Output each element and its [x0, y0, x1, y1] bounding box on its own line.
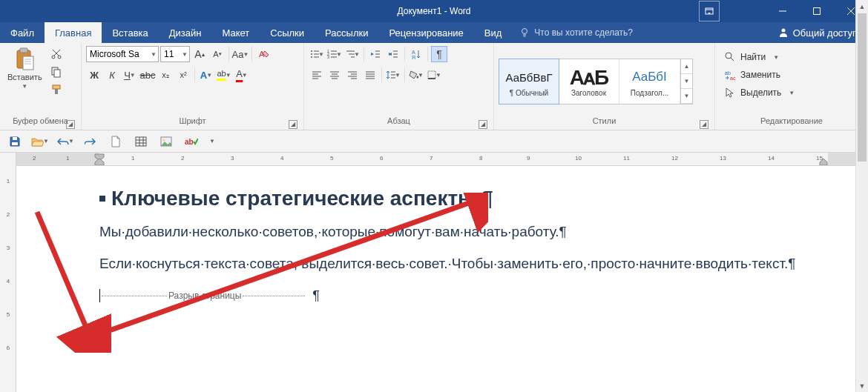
- style-subheading[interactable]: АаБбІПодзагол...: [619, 59, 680, 104]
- scroll-up-button[interactable]: ▲: [856, 0, 868, 13]
- minimize-button[interactable]: [766, 0, 800, 22]
- align-center-button[interactable]: [326, 67, 343, 83]
- highlight-button[interactable]: ab▼: [216, 67, 232, 83]
- spellcheck-button[interactable]: ab: [183, 133, 200, 150]
- show-pilcrow-button[interactable]: ¶: [431, 46, 447, 62]
- clear-formatting-button[interactable]: A: [255, 46, 272, 62]
- share-button[interactable]: Общий доступ: [768, 22, 868, 43]
- document-page[interactable]: Ключевые стратегические аспекты¶ Мы·доба…: [16, 166, 868, 392]
- sort-button[interactable]: AЯ: [408, 46, 424, 62]
- numbering-button[interactable]: 123▼: [326, 46, 343, 62]
- picture-icon: [160, 136, 172, 147]
- scroll-thumb[interactable]: [858, 13, 867, 162]
- superscript-button[interactable]: x²: [175, 67, 191, 83]
- copy-button[interactable]: [48, 64, 65, 80]
- cut-button[interactable]: [48, 46, 65, 62]
- select-button[interactable]: Выделить▼: [720, 84, 799, 101]
- group-label-editing: Редактирование: [720, 116, 864, 130]
- styles-more[interactable]: ▲▼▼: [680, 59, 692, 104]
- line-spacing-button[interactable]: ▼: [385, 67, 401, 83]
- change-case-button[interactable]: Aa▼: [232, 46, 249, 62]
- chevron-down-icon[interactable]: ▼: [182, 51, 188, 58]
- indent-marker-left[interactable]: [93, 153, 105, 165]
- picture-button[interactable]: [157, 133, 175, 150]
- find-button[interactable]: Найти▼: [720, 49, 799, 65]
- strikethrough-button[interactable]: abc: [139, 67, 156, 83]
- tab-view[interactable]: Вид: [474, 22, 513, 43]
- vertical-ruler[interactable]: 1 2 3 4 5 6: [0, 153, 16, 392]
- copy-icon: [50, 66, 62, 78]
- tab-review[interactable]: Рецензирование: [378, 22, 473, 43]
- tab-design[interactable]: Дизайн: [159, 22, 212, 43]
- multilevel-list-button[interactable]: ▼: [344, 46, 361, 62]
- tell-me[interactable]: Что вы хотите сделать?: [512, 22, 640, 43]
- grow-font-button[interactable]: A▴: [191, 46, 208, 62]
- paragraph-launcher[interactable]: ◢: [479, 120, 487, 129]
- qat-customize[interactable]: ▼: [208, 133, 217, 150]
- collapse-heading-marker[interactable]: [99, 196, 105, 202]
- redo-button[interactable]: [82, 133, 99, 150]
- pilcrow-mark: ¶: [559, 224, 567, 239]
- increase-indent-button[interactable]: [385, 46, 401, 62]
- indent-icon: [388, 49, 398, 59]
- style-heading[interactable]: АᴀБЗаголовок: [559, 59, 619, 104]
- maximize-button[interactable]: [800, 0, 834, 22]
- styles-up[interactable]: ▲: [681, 59, 692, 74]
- align-right-icon: [347, 70, 358, 80]
- styles-launcher[interactable]: ◢: [700, 120, 708, 129]
- tab-insert[interactable]: Вставка: [102, 22, 158, 43]
- tab-mailings[interactable]: Рассылки: [315, 22, 378, 43]
- save-button[interactable]: [6, 133, 24, 150]
- align-right-button[interactable]: [344, 67, 361, 83]
- font-launcher[interactable]: ◢: [289, 120, 297, 129]
- align-left-icon: [312, 70, 322, 80]
- sort-icon: AЯ: [411, 49, 421, 59]
- eraser-a-icon: A: [257, 48, 269, 60]
- ribbon-tabs: Файл Главная Вставка Дизайн Макет Ссылки…: [0, 22, 868, 43]
- ribbon-display-options[interactable]: [699, 1, 720, 21]
- replace-icon: abac: [724, 69, 736, 81]
- svg-point-29: [311, 56, 312, 58]
- clipboard-launcher[interactable]: ◢: [66, 120, 75, 129]
- bold-button[interactable]: Ж: [86, 67, 102, 83]
- text-effects-button[interactable]: A▼: [198, 67, 214, 83]
- table-button[interactable]: [132, 133, 150, 150]
- open-button[interactable]: ▼: [31, 133, 49, 150]
- heading-1[interactable]: Ключевые стратегические аспекты¶: [99, 187, 868, 210]
- shrink-font-button[interactable]: A▾: [209, 46, 226, 62]
- decrease-indent-button[interactable]: [367, 46, 384, 62]
- justify-button[interactable]: [362, 67, 378, 83]
- tab-home[interactable]: Главная: [45, 22, 102, 43]
- svg-rect-3: [814, 8, 821, 15]
- paragraph[interactable]: Если·коснуться·текста·совета,·выделится·…: [99, 253, 826, 274]
- scroll-down-button[interactable]: ▼: [856, 379, 868, 392]
- page-break[interactable]: Разрыв страницы ¶: [99, 288, 411, 304]
- chevron-down-icon[interactable]: ▼: [151, 51, 157, 58]
- styles-gallery[interactable]: АаБбВвГ¶ Обычный АᴀБЗаголовок АаБбІПодза…: [499, 59, 693, 104]
- replace-button[interactable]: abacЗаменить: [720, 67, 799, 83]
- paste-button[interactable]: Вставить ▼: [4, 46, 45, 116]
- tab-references[interactable]: Ссылки: [260, 22, 315, 43]
- paragraph[interactable]: Мы·добавили·несколько·советов,·которые·п…: [99, 221, 826, 242]
- font-color-button[interactable]: A▼: [234, 67, 250, 83]
- bullets-button[interactable]: ▼: [309, 46, 325, 62]
- font-name-combo[interactable]: Microsoft Sa▼: [86, 46, 159, 62]
- align-left-button[interactable]: [309, 67, 325, 83]
- new-document-button[interactable]: [107, 133, 125, 150]
- shading-button[interactable]: ▼: [408, 67, 424, 83]
- italic-button[interactable]: К: [104, 67, 120, 83]
- undo-button[interactable]: ▼: [56, 133, 74, 150]
- format-painter-button[interactable]: [48, 82, 65, 98]
- subscript-button[interactable]: x₂: [157, 67, 174, 83]
- horizontal-ruler[interactable]: 2 1 1 2 3 4 5 6 7 8 9 10 11 12 13 14 15: [16, 153, 868, 166]
- underline-button[interactable]: Ч▼: [122, 67, 138, 83]
- styles-down[interactable]: ▼: [681, 74, 692, 89]
- tab-file[interactable]: Файл: [0, 22, 45, 43]
- tab-layout[interactable]: Макет: [211, 22, 260, 43]
- style-normal[interactable]: АаБбВвГ¶ Обычный: [499, 59, 559, 104]
- styles-expand[interactable]: ▼: [681, 89, 692, 104]
- vertical-scrollbar[interactable]: ▲ ▼: [855, 0, 868, 392]
- borders-button[interactable]: ▼: [426, 67, 442, 83]
- font-size-combo[interactable]: 11▼: [160, 46, 190, 62]
- indent-marker-right[interactable]: [819, 153, 828, 165]
